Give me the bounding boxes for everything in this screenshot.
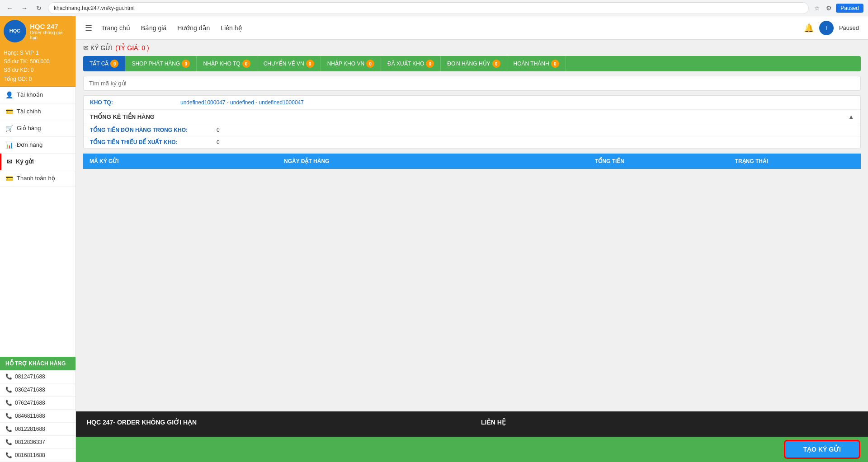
cart-icon: 🛒 [5,125,13,132]
nav-links: Trang chủ Bảng giá Hướng dẫn Liên hệ [101,24,795,32]
nav-huong-dan[interactable]: Hướng dẫn [177,24,210,32]
phone-item-4[interactable]: 📞 0846811688 [0,410,75,423]
stat-row-1: TỔNG TIỀN ĐƠN HÀNG TRONG KHO: 0 [84,124,860,136]
footer: HQC 247- ORDER KHÔNG GIỚI HẠN LIÊN HỆ [76,411,868,437]
kho-value: undefined1000047 - undefined - undefined… [180,99,304,106]
tab-nhap-kho-vn[interactable]: NHẬP KHO VN 0 [321,56,381,71]
col-header-ngay: NGÀY ĐẶT HÀNG [278,154,589,169]
tab-nhap-kho-tq[interactable]: NHẬP KHO TQ 0 [197,56,257,71]
sidebar-item-tai-khoan[interactable]: 👤 Tài khoản [0,87,75,103]
status-tabs: TẤT CẢ 0 SHOP PHÁT HÀNG 0 NHẬP KHO TQ 0 … [83,56,861,71]
content-area: ✉ KÝ GỬI (TỶ GIÁ: 0 ) TẤT CẢ 0 SHOP PHÁT… [76,40,868,411]
sidebar-header: HQC HQC 247 Order không giới hạn [0,16,75,46]
phone-item-5[interactable]: 📞 0812281688 [0,423,75,436]
kho-label: KHO TQ: [90,99,180,106]
stat-label-1: TỔNG TIỀN ĐƠN HÀNG TRONG KHO: [90,127,217,133]
badge-tat-ca: 0 [110,60,118,68]
bottom-bar: TẠO KÝ GỬI [76,437,868,462]
notification-bell-icon[interactable]: 🔔 [804,23,814,33]
tab-tat-ca[interactable]: TẤT CẢ 0 [83,56,125,71]
tab-don-hang-huy[interactable]: ĐƠN HÀNG HỦY 0 [441,56,507,71]
stat-value-1: 0 [217,127,220,133]
phone-item-3[interactable]: 📞 0762471688 [0,397,75,410]
user-hang: Hạng: S-VIP-1 [4,49,72,57]
main-content: ✉ KÝ GỬI (TỶ GIÁ: 0 ) TẤT CẢ 0 SHOP PHÁT… [76,40,868,462]
paused-button[interactable]: Paused [836,4,863,13]
badge-don-hang-huy: 0 [492,60,500,68]
phone-icon-7: 📞 [5,452,12,458]
footer-company-name: HQC 247- ORDER KHÔNG GIỚI HẠN [87,419,463,426]
user-tong-gd: Tổng GD: 0 [4,75,72,84]
sidebar-item-don-hang[interactable]: 📊 Đơn hàng [0,137,75,154]
thong-ke-header: THỐNG KÊ TIỀN HÀNG ▲ [84,110,860,124]
top-nav: ☰ Trang chủ Bảng giá Hướng dẫn Liên hệ 🔔… [76,16,868,40]
logo-title: HQC 247 [30,23,72,30]
collapse-icon[interactable]: ▲ [848,113,854,120]
sidebar-item-tai-chinh[interactable]: 💳 Tài chính [0,103,75,120]
phone-icon-5: 📞 [5,426,12,432]
mail-icon: ✉ [7,158,12,165]
stat-row-2: TỔNG TIỀN THIẾU ĐỂ XUẤT KHO: 0 [84,136,860,149]
orders-icon: 📊 [5,141,13,149]
user-icon: 👤 [5,91,13,98]
nav-right: 🔔 T Paused [804,21,859,35]
nav-lien-he[interactable]: Liên hệ [221,24,242,32]
logo-circle: HQC [4,20,26,42]
url-bar[interactable]: khachhang.hqc247.vn/ky-gui.html [48,2,809,14]
page-title: ✉ KÝ GỬI (TỶ GIÁ: 0 ) [83,44,861,51]
browser-chrome: ← → ↻ khachhang.hqc247.vn/ky-gui.html ☆ … [0,0,868,16]
logo-text: HQC 247 Order không giới hạn [30,23,72,40]
tab-da-xuat-kho[interactable]: ĐÃ XUẤT KHO 0 [381,56,441,71]
payment-icon: 💳 [5,175,13,182]
ky-gui-table: MÃ KÝ GỬI NGÀY ĐẶT HÀNG TỔNG TIỀN TRẠNG … [83,154,861,169]
sidebar-item-gio-hang[interactable]: 🛒 Giỏ hàng [0,120,75,137]
badge-nhap-kho-tq: 0 [242,60,250,68]
search-input[interactable] [83,76,861,91]
badge-chuyen-ve-vn: 0 [306,60,314,68]
col-header-ma: MÃ KÝ GỬI [83,154,278,169]
refresh-button[interactable]: ↻ [33,3,44,14]
phone-icon-3: 📞 [5,400,12,406]
back-button[interactable]: ← [5,3,15,14]
ty-gia: (TỶ GIÁ: 0 ) [115,44,149,51]
settings-icon[interactable]: ⚙ [824,4,833,13]
nav-bang-gia[interactable]: Bảng giá [141,24,166,32]
user-so-du-tk: Số dư TK: 500,000 [4,57,72,66]
stat-label-2: TỔNG TIỀN THIẾU ĐỂ XUẤT KHO: [90,139,217,145]
phone-icon-2: 📞 [5,387,12,393]
footer-contact: LIÊN HỆ [481,419,857,429]
user-avatar[interactable]: T [819,21,834,35]
sidebar-nav: 👤 Tài khoản 💳 Tài chính 🛒 Giỏ hàng 📊 Đơn… [0,87,75,357]
phone-icon-6: 📞 [5,439,12,445]
nav-trang-chu[interactable]: Trang chủ [101,24,130,32]
phone-item-1[interactable]: 📞 0812471688 [0,370,75,383]
logo-subtitle: Order không giới hạn [30,30,72,40]
badge-nhap-kho-vn: 0 [366,60,374,68]
main-layout: HQC HQC 247 Order không giới hạn Hạng: S… [0,16,868,462]
forward-button[interactable]: → [19,3,30,14]
phone-item-2[interactable]: 📞 0362471688 [0,383,75,397]
thong-ke-title: THỐNG KÊ TIỀN HÀNG [90,113,155,120]
finance-icon: 💳 [5,108,13,115]
footer-company: HQC 247- ORDER KHÔNG GIỚI HẠN [87,419,463,429]
phone-item-7[interactable]: 📞 0816811688 [0,449,75,462]
kho-row: KHO TQ: undefined1000047 - undefined - u… [84,96,860,110]
footer-contact-title: LIÊN HỆ [481,419,857,426]
tab-chuyen-ve-vn[interactable]: CHUYỂN VỀ VN 0 [257,56,321,71]
bookmark-icon[interactable]: ☆ [812,4,821,13]
badge-shop-phat-hang: 0 [182,60,190,68]
user-so-du-kd: Số dư KD: 0 [4,66,72,75]
hamburger-icon[interactable]: ☰ [85,23,92,33]
phone-item-6[interactable]: 📞 0812836337 [0,436,75,449]
support-section: HỖ TRỢ KHÁCH HÀNG [0,357,75,370]
col-header-trang: TRẠNG THÁI [729,154,861,169]
user-info: Hạng: S-VIP-1 Số dư TK: 500,000 Số dư KD… [0,46,75,87]
sidebar: HQC HQC 247 Order không giới hạn Hạng: S… [0,16,76,462]
sidebar-item-ky-gui[interactable]: ✉ Ký gửi [0,154,75,170]
tab-shop-phat-hang[interactable]: SHOP PHÁT HÀNG 0 [125,56,197,71]
badge-hoan-thanh: 0 [551,60,559,68]
phone-icon-4: 📞 [5,413,12,419]
tab-hoan-thanh[interactable]: HOÀN THÀNH 0 [507,56,566,71]
create-ky-gui-button[interactable]: TẠO KÝ GỬI [785,441,859,457]
sidebar-item-thanh-toan-ho[interactable]: 💳 Thanh toán hộ [0,170,75,187]
